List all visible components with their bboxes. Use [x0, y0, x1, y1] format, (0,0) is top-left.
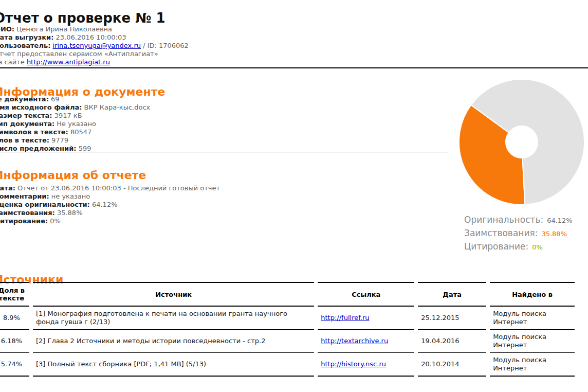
upload-label: Дата выгрузки:: [0, 33, 53, 41]
report-header-info: ФИО: Ценюга Ирина Николаевна Дата выгруз…: [0, 25, 189, 66]
fio-value: Ценюга Ирина Николаевна: [16, 25, 112, 33]
legend-label: Цитирование:: [464, 241, 528, 252]
report-info-heading: Информация об отчете: [0, 169, 146, 182]
user-label: Пользователь:: [0, 42, 50, 49]
link-cell: http://fullref.ru: [318, 307, 414, 330]
legend-value: 35.88%: [541, 230, 567, 238]
column-header-share: Доля в тексте: [0, 282, 29, 307]
originality-pie-chart: [457, 78, 588, 206]
source-link[interactable]: http://history.nsc.ru: [321, 360, 386, 368]
column-header-found-in: Найдено в: [490, 282, 575, 307]
date-cell: 25.12.2015: [418, 307, 486, 330]
source-link[interactable]: http://textarchive.ru: [321, 337, 388, 345]
upload-value: 23.06.2016 10:00:03: [56, 33, 126, 41]
document-section-divider: [0, 152, 448, 152]
sources-table: Доля в тексте Источник Ссылка Дата Найде…: [0, 282, 578, 377]
upload-date-line: Дата выгрузки: 23.06.2016 10:00:03: [0, 33, 189, 42]
share-cell: 6.18%: [0, 330, 29, 353]
header-divider: [0, 67, 588, 68]
table-row: 8.9% [1] Монография подготовлена к печат…: [0, 307, 575, 330]
link-cell: http://history.nsc.ru: [318, 353, 414, 377]
info-line: Цитирование: 0%: [0, 217, 220, 225]
legend-label: Заимствования:: [464, 228, 538, 238]
document-info-list: № документа: 69Имя исходного файла: ВКР …: [0, 95, 150, 153]
table-row: 6.18% [2] Глава 2 Источники и методы ист…: [0, 330, 575, 353]
pie-chart-svg: [457, 78, 588, 206]
antiplagiat-report-page: Отчет о проверке № 1 ФИО: Ценюга Ирина Н…: [0, 0, 588, 392]
legend-value: 64.12%: [547, 217, 573, 224]
date-cell: 19.04.2016: [418, 330, 486, 353]
info-line: Слов в тексте: 9779: [0, 136, 150, 145]
info-line: № документа: 69: [0, 95, 150, 103]
legend-value: 0%: [532, 243, 543, 251]
found-in-cell: Модуль поиска Интернет: [490, 307, 575, 330]
page-title: Отчет о проверке № 1: [0, 10, 166, 26]
column-header-link: Ссылка: [318, 282, 414, 307]
legend-label: Оригинальность:: [464, 215, 543, 225]
table-row: 5.74% [3] Полный текст сборника [PDF; 1,…: [0, 353, 575, 377]
user-email-link[interactable]: irina.tsenyuga@yandex.ru: [52, 42, 141, 49]
sources-table-header-row: Доля в тексте Источник Ссылка Дата Найде…: [0, 282, 575, 307]
info-line: Размер текста: 3917 кБ: [0, 112, 150, 120]
site-line: на сайте http://www.antiplagiat.ru: [0, 58, 189, 66]
user-line: Пользователь: irina.tsenyuga@yandex.ru /…: [0, 42, 189, 50]
info-line: Комментарии: не указано: [0, 192, 220, 201]
pie-chart-legend: Оригинальность:64.12% Заимствования:35.8…: [464, 215, 573, 255]
column-header-source: Источник: [33, 282, 314, 307]
info-line: Символов в тексте: 80547: [0, 128, 150, 136]
author-line: ФИО: Ценюга Ирина Николаевна: [0, 25, 189, 33]
source-cell: [1] Монография подготовлена к печати на …: [33, 307, 314, 330]
found-in-cell: Модуль поиска Интернет: [490, 353, 575, 377]
service-line: Отчет предоставлен сервисом «Антиплагиат…: [0, 50, 189, 58]
source-cell: [2] Глава 2 Источники и методы истории п…: [33, 330, 314, 353]
info-line: Дата: Отчет от 23.06.2016 10:00:03 - Пос…: [0, 184, 220, 192]
share-cell: 8.9%: [0, 307, 29, 330]
info-line: Имя исходного файла: ВКР Кара-кыс.docx: [0, 103, 150, 112]
site-prefix: на сайте: [0, 58, 27, 66]
info-line: Тип документа: Не указано: [0, 120, 150, 128]
date-cell: 20.10.2014: [418, 353, 486, 377]
share-cell: 5.74%: [0, 353, 29, 377]
column-header-date: Дата: [418, 282, 486, 307]
antiplagiat-site-link[interactable]: http://www.antiplagiat.ru: [27, 58, 110, 66]
legend-item-originality: Оригинальность:64.12%: [464, 215, 573, 225]
legend-item-borrowings: Заимствования:35.88%: [464, 228, 573, 238]
source-link[interactable]: http://fullref.ru: [321, 314, 369, 322]
fio-label: ФИО:: [0, 25, 14, 33]
report-info-list: Дата: Отчет от 23.06.2016 10:00:03 - Пос…: [0, 184, 220, 225]
info-line: Оценка оригинальности: 64.12%: [0, 201, 220, 209]
user-id: / ID: 1706062: [141, 42, 189, 49]
legend-item-citations: Цитирование:0%: [464, 241, 573, 252]
link-cell: http://textarchive.ru: [318, 330, 414, 353]
info-line: Заимствования: 35.88%: [0, 209, 220, 217]
source-cell: [3] Полный текст сборника [PDF; 1,41 MB]…: [33, 353, 314, 377]
found-in-cell: Модуль поиска Интернет: [490, 330, 575, 353]
